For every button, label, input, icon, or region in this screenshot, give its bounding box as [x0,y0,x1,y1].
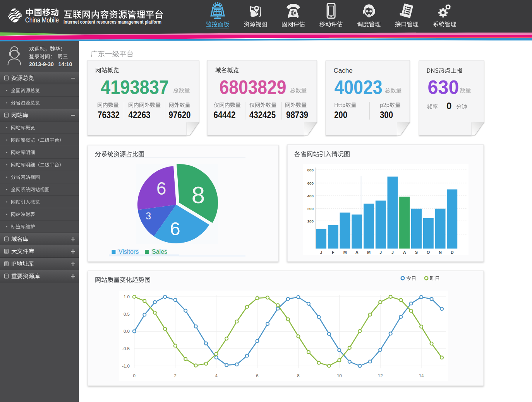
svg-text:Visitors: Visitors [118,248,139,255]
svg-text:432425: 432425 [249,109,276,120]
svg-text:1.0: 1.0 [124,294,130,299]
svg-text:-0.5: -0.5 [122,346,130,351]
svg-text:D: D [451,250,454,255]
svg-text:6: 6 [256,373,258,378]
svg-text:0: 0 [446,101,451,111]
svg-text:14: 14 [419,373,424,378]
svg-text:4193837: 4193837 [101,77,169,98]
svg-text:Internet content resources man: Internet content resources management pl… [63,19,161,25]
svg-text:0: 0 [133,373,136,378]
svg-text:6803829: 6803829 [220,77,287,98]
svg-text:2013-9-30 14:10: 2013-9-30 14:10 [29,61,72,67]
svg-text:A: A [355,250,359,255]
svg-text:98739: 98739 [286,109,308,120]
svg-text:J: J [391,250,394,255]
svg-text:200: 200 [334,109,347,120]
svg-text:400: 400 [307,194,314,198]
svg-text:-1.0: -1.0 [122,364,130,368]
svg-text:N: N [439,250,442,255]
svg-text:China Mobile: China Mobile [25,16,59,24]
svg-text:0.0: 0.0 [124,329,130,334]
svg-text:M: M [367,250,371,255]
svg-text:12: 12 [378,373,383,378]
svg-text:2: 2 [174,373,176,378]
svg-text:O: O [427,250,430,255]
svg-text:64442: 64442 [214,109,236,120]
svg-text:A: A [403,250,406,255]
svg-text:600: 600 [307,181,314,185]
svg-text:S: S [415,250,418,255]
svg-text:F: F [332,250,335,255]
svg-text:97620: 97620 [169,109,191,120]
svg-text:300: 300 [380,109,393,120]
svg-text:0.5: 0.5 [124,312,130,316]
svg-text:10: 10 [337,373,342,378]
svg-text:630: 630 [428,77,459,98]
svg-text:M: M [343,250,347,255]
svg-text:Cache: Cache [334,67,353,74]
svg-text:J: J [379,250,382,255]
svg-text:J: J [320,250,323,255]
svg-text:42263: 42263 [129,109,151,120]
svg-text:200: 200 [307,207,314,211]
svg-text:8: 8 [297,373,299,378]
svg-text:76332: 76332 [98,109,120,120]
svg-text:40023: 40023 [335,77,383,98]
svg-text:100: 100 [307,219,314,223]
svg-text:Sales: Sales [152,248,167,255]
svg-text:800: 800 [307,168,314,172]
svg-text:4: 4 [215,373,218,378]
